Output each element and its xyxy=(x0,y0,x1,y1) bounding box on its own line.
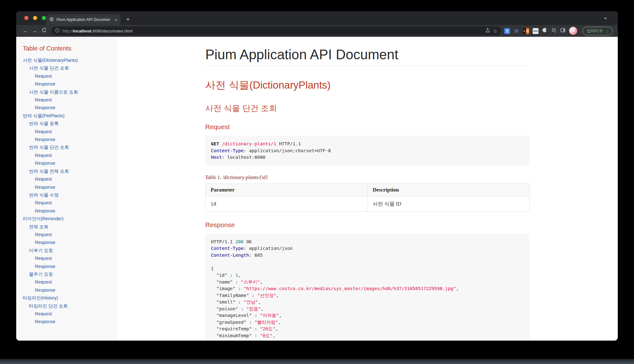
toc-item[interactable]: 미루기 요청 xyxy=(29,247,114,255)
update-button-label: 업데이트 xyxy=(587,28,603,34)
toc-item[interactable]: 사전 식물 단건 조회 xyxy=(29,64,114,72)
table-caption: Table 1. /dictionary-plants/{id} xyxy=(205,175,530,180)
tab-strip: Pium Application API Documen × + xyxy=(16,11,618,25)
toc-item[interactable]: Request xyxy=(35,72,114,80)
toc-item[interactable]: 반려 식물 수정 xyxy=(29,191,114,199)
toc-item[interactable]: Request xyxy=(35,128,114,136)
close-tab-icon[interactable]: × xyxy=(115,17,117,22)
globe-favicon-icon xyxy=(49,17,54,23)
response-code-block: HTTP/1.1 200 OKContent-Type: application… xyxy=(205,234,530,341)
url-scheme: http:// xyxy=(62,29,73,33)
toc-item[interactable]: 타임라인 단건 조회 xyxy=(29,302,114,310)
code-line: Content-Type: application/json;charset=U… xyxy=(211,148,524,154)
lh-ext-left: L xyxy=(523,28,526,34)
code-line: Content-Type: application/json xyxy=(211,245,524,252)
toc-item[interactable]: Response xyxy=(35,286,114,294)
toc-item[interactable]: Request xyxy=(35,310,114,318)
zoom-window-button[interactable] xyxy=(42,16,46,20)
browser-toolbar: ← → http://localhost:8080/docs/index.htm… xyxy=(16,25,618,37)
extensions-puzzle-icon[interactable] xyxy=(542,27,548,34)
toc-item[interactable]: Response xyxy=(35,318,114,326)
toc-item[interactable]: 사전 식물(DictionaryPlants) xyxy=(23,56,114,64)
forward-button[interactable]: → xyxy=(30,27,39,34)
new-tab-button[interactable]: + xyxy=(126,15,130,24)
extension-area: 文 ⟨/⟩ LH BBB 업데이트 xyxy=(504,27,613,35)
code-line: "poison" : "없음", xyxy=(211,306,524,313)
keyboard-ext-icon[interactable]: BBB xyxy=(533,28,539,34)
desktop-wallpaper-strip xyxy=(0,359,634,364)
code-line: HTTP/1.1 200 OK xyxy=(211,239,524,245)
url-text: http://localhost:8080/docs/index.html xyxy=(62,29,482,33)
description-cell: 사전 식물 ID xyxy=(368,196,530,211)
toc-item[interactable]: 타임라인(History) xyxy=(23,294,114,302)
main-content[interactable]: Pium Application API Document 사전 식물(Dict… xyxy=(117,37,618,341)
toc-item[interactable]: 반려 식물 등록 xyxy=(29,120,114,128)
api-document: Pium Application API Document 사전 식물(Dict… xyxy=(205,47,530,341)
devtools-ext-icon[interactable]: ⟨/⟩ xyxy=(514,28,519,34)
lh-ext-right: H xyxy=(526,28,529,34)
param-table-body: id사전 식물 ID xyxy=(206,196,530,211)
back-button[interactable]: ← xyxy=(21,27,30,34)
address-bar[interactable]: http://localhost:8080/docs/index.html ☆ xyxy=(51,27,501,35)
code-line: "id" : 1, xyxy=(211,272,524,279)
toc-item[interactable]: Response xyxy=(35,159,114,167)
traffic-lights xyxy=(24,16,46,20)
tab-search-chevron-icon[interactable] xyxy=(603,16,608,22)
toc-item[interactable]: 반려 식물(PetPlants) xyxy=(23,112,114,120)
code-line: "image" : "https://www.costco.co.kr/medi… xyxy=(211,285,524,292)
close-window-button[interactable] xyxy=(24,16,28,20)
request-code-block: GET /dictionary-plants/1 HTTP/1.1Content… xyxy=(205,136,530,166)
toc-item[interactable]: Response xyxy=(35,183,114,191)
toc-item[interactable]: Response xyxy=(35,104,114,112)
code-line: GET /dictionary-plants/1 HTTP/1.1 xyxy=(211,141,524,148)
toc-item[interactable]: Response xyxy=(35,80,114,88)
param-table-head-row: ParameterDescription xyxy=(206,183,530,196)
bookmark-star-icon[interactable]: ☆ xyxy=(493,28,497,34)
code-line xyxy=(211,259,524,265)
minimize-window-button[interactable] xyxy=(33,16,37,20)
parameter-table: ParameterDescription id사전 식물 ID xyxy=(205,183,530,212)
document-title: Pium Application API Document xyxy=(205,47,530,66)
translate-ext-icon[interactable]: 文 xyxy=(504,28,510,34)
toc-item[interactable]: Request xyxy=(35,231,114,239)
toc-item[interactable]: 리마인더(Reminder) xyxy=(23,215,114,223)
code-line: Host: localhost:8080 xyxy=(211,154,524,161)
toc-item[interactable]: Request xyxy=(35,175,114,183)
browser-tab[interactable]: Pium Application API Documen × xyxy=(46,14,120,25)
browser-window: Pium Application API Documen × + ← → xyxy=(16,11,618,341)
toc-list: 사전 식물(DictionaryPlants)사전 식물 단건 조회Reques… xyxy=(23,56,114,326)
site-info-icon[interactable] xyxy=(55,28,60,34)
reload-button[interactable] xyxy=(39,27,49,34)
toc-item[interactable]: 물주기 요청 xyxy=(29,270,114,278)
toc-item[interactable]: 사전 식물 이름으로 조회 xyxy=(29,88,114,96)
page-viewport: Table of Contents 사전 식물(DictionaryPlants… xyxy=(16,37,618,341)
toc-item[interactable]: Response xyxy=(35,136,114,143)
profile-avatar[interactable] xyxy=(569,27,577,35)
url-host: localhost xyxy=(73,29,91,33)
table-header-cell: Parameter xyxy=(206,183,368,196)
toc-item[interactable]: Response xyxy=(35,239,114,246)
toc-item[interactable]: Request xyxy=(35,152,114,159)
browser-menu-kebab-icon[interactable]: ⋮ xyxy=(606,29,610,33)
section-heading-dictionary-plants: 사전 식물(DictionaryPlants) xyxy=(205,78,530,92)
toc-item[interactable]: Response xyxy=(35,207,114,215)
toc-item[interactable]: Request xyxy=(35,278,114,286)
reading-list-icon[interactable] xyxy=(551,27,557,34)
toc-item[interactable]: 전체 조회 xyxy=(29,223,114,231)
side-panel-icon[interactable] xyxy=(560,27,566,34)
subsection-heading-single-lookup: 사전 식물 단건 조회 xyxy=(205,103,530,114)
code-line: "name" : "스투키", xyxy=(211,279,524,286)
code-line: "minimumTemp" : "0도", xyxy=(211,332,524,339)
toc-item[interactable]: 반려 식물 단건 조회 xyxy=(29,143,114,151)
toc-item[interactable]: 반려 식물 전체 조회 xyxy=(29,167,114,175)
toc-item[interactable]: Request xyxy=(35,255,114,262)
code-line: Content-Length: 685 xyxy=(211,252,524,259)
response-heading: Response xyxy=(205,221,530,229)
lh-ext-icon[interactable]: LH xyxy=(523,28,529,34)
toc-item[interactable]: Request xyxy=(35,96,114,104)
toc-item[interactable]: Request xyxy=(35,199,114,207)
share-icon[interactable] xyxy=(485,28,490,34)
tab-title: Pium Application API Documen xyxy=(56,17,112,22)
toc-item[interactable]: Response xyxy=(35,263,114,270)
update-button[interactable]: 업데이트 ⋮ xyxy=(583,27,613,35)
